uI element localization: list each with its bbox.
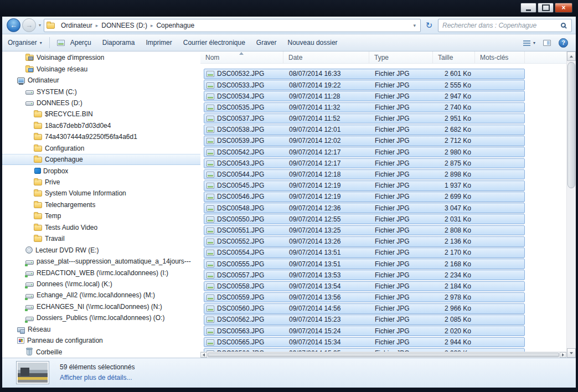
file-row[interactable]: DSC00542.JPG09/07/2014 12:17Fichier JPG2… [204,147,525,157]
toolbar-right-group: ▾ ? [521,37,576,49]
scroll-up-button[interactable] [567,51,576,61]
vertical-scrollbar[interactable] [566,51,576,358]
tree-item[interactable]: Corbeille [2,346,200,357]
tree-item-label: Travail [45,235,65,243]
file-row[interactable]: DSC00563.JPG09/07/2014 15:24Fichier JPG2… [204,326,525,336]
maximize-button[interactable] [538,3,554,13]
tree-item[interactable]: Dropbox [2,165,200,176]
toolbar-diaporama-button[interactable]: Diaporama [97,36,141,49]
tree-item[interactable]: Réseau [2,324,200,335]
column-header-taille[interactable]: Taille [433,51,475,64]
horizontal-scroll-thumb[interactable] [208,353,559,357]
tree-item[interactable]: ECHANGES_NI (\\rmc.local\Donnees) (N:) [2,301,200,312]
file-size: 2 184 Ko [434,282,476,290]
tree-item[interactable]: REDACTION_WEB (\\rmc.local\donnees) (I:) [2,267,200,278]
file-row[interactable]: DSC00565.JPG09/07/2014 15:34Fichier JPG2… [204,337,525,348]
tree-item[interactable]: Panneau de configuration [2,335,200,346]
tree-item[interactable]: DONNEES (D:) [2,97,200,109]
show-more-details-link[interactable]: Afficher plus de détails... [60,374,135,381]
file-row[interactable]: DSC00532.JPG08/07/2014 16:33Fichier JPG2… [204,69,525,79]
file-row[interactable]: DSC00534.JPG09/07/2014 11:28Fichier JPG2… [204,91,525,101]
chevron-down-icon: ▾ [533,40,535,45]
tree-item[interactable]: Echange_All2 (\\rmc.local\donnees) (M:) [2,290,200,301]
preview-pane-button[interactable] [541,38,553,48]
file-row[interactable]: DSC00557.JPG09/07/2014 13:53Fichier JPG2… [204,270,525,280]
tree-item[interactable]: SYSTEM (C:) [2,86,200,97]
tree-item[interactable]: Copenhague [2,154,200,165]
scroll-down-button[interactable] [567,348,576,358]
tree-item-label: REDACTION_WEB (\\rmc.local\donnees) (I:) [37,269,168,277]
address-field[interactable]: Ordinateur▸DONNEES (D:)▸Copenhague ▾ [44,19,421,32]
tree-item[interactable]: Ordinateur [2,75,200,86]
organize-button[interactable]: Organiser ▾ [2,36,48,49]
file-row[interactable]: DSC00535.JPG09/07/2014 11:32Fichier JPG2… [204,102,525,113]
file-row[interactable]: DSC00548.JPG09/07/2014 12:36Fichier JPG3… [204,203,525,213]
toolbar-apercu-button[interactable]: Aperçu [51,36,97,49]
tree-item[interactable]: Lecteur DVD RW (E:) [2,244,200,255]
file-row[interactable]: DSC00555.JPG09/07/2014 13:51Fichier JPG2… [204,259,525,269]
back-button[interactable]: ← [7,18,20,32]
toolbar-graver-button[interactable]: Graver [251,36,282,49]
change-view-button[interactable]: ▾ [521,38,538,48]
tree-item[interactable]: Telechargements [2,199,200,210]
tree-item[interactable]: System Volume Information [2,188,200,199]
forward-button[interactable]: → [22,18,36,32]
toolbar-nouveau-dossier-button[interactable]: Nouveau dossier [282,36,343,49]
file-row[interactable]: DSC00545.JPG09/07/2014 12:19Fichier JPG1… [204,180,525,191]
breadcrumb-item[interactable]: DONNEES (D:) [98,19,151,32]
breadcrumb-item[interactable]: Copenhague [153,19,198,32]
tree-item[interactable]: $RECYCLE.BIN [2,109,200,120]
file-row[interactable]: DSC00562.JPG09/07/2014 15:23Fichier JPG2… [204,314,525,325]
titlebar[interactable]: × [0,0,578,17]
tree-item-label: SYSTEM (C:) [37,88,77,96]
refresh-button[interactable]: ↻ [423,19,435,32]
column-header-date[interactable]: Date [283,51,369,64]
close-icon: × [561,4,565,12]
tree-item[interactable]: passe_plat---suppression_automatique_a_1… [2,256,200,267]
file-row[interactable]: DSC00552.JPG09/07/2014 13:26Fichier JPG2… [204,236,525,247]
file-row[interactable]: DSC00537.JPG09/07/2014 11:52Fichier JPG2… [204,114,525,124]
tree-item[interactable]: Tests Audio Video [2,222,200,233]
file-row[interactable]: DSC00560.JPG09/07/2014 14:56Fichier JPG2… [204,303,525,314]
toolbar-imprimer-button[interactable]: Imprimer [140,36,177,49]
file-row[interactable]: DSC00559.JPG09/07/2014 13:56Fichier JPG2… [204,292,525,303]
column-header-nom[interactable]: Nom [200,51,283,64]
folder-icon [34,190,42,197]
column-header-type[interactable]: Type [369,51,433,64]
tree-item[interactable]: Travail [2,233,200,244]
scroll-right-button[interactable] [560,352,566,358]
recent-pages-dropdown-icon[interactable]: ▾ [36,23,44,28]
file-row[interactable]: DSC00546.JPG09/07/2014 12:19Fichier JPG2… [204,192,525,202]
breadcrumb-item[interactable]: Ordinateur [58,19,96,32]
tree-item[interactable]: Voisinage réseau [2,63,200,74]
tree-item[interactable]: Dossiers_Publics (\\rmc.local\donnees) (… [2,312,200,323]
tree-item[interactable]: Donnees (\\rmc.local) (K:) [2,278,200,290]
file-row[interactable]: DSC00554.JPG09/07/2014 13:51Fichier JPG2… [204,247,525,258]
tree-item[interactable]: 74a4307444a92250f56fa4a6d1 [2,131,200,142]
file-row[interactable]: DSC00550.JPG09/07/2014 12:55Fichier JPG2… [204,214,525,224]
file-row[interactable]: DSC00558.JPG09/07/2014 13:54Fichier JPG2… [204,281,525,292]
file-row[interactable]: DSC00544.JPG09/07/2014 12:18Fichier JPG2… [204,169,525,180]
search-input[interactable]: Rechercher dans : Copenhague [438,19,572,32]
tree-item[interactable]: Voisinage d'impression [2,52,200,63]
file-row[interactable]: DSC00533.JPG08/07/2014 19:22Fichier JPG2… [204,80,525,90]
tree-item[interactable]: Temp [2,210,200,221]
help-button[interactable]: ? [556,37,570,49]
file-date: 09/07/2014 13:53 [284,271,370,279]
tree-item[interactable]: Configuration [2,143,200,154]
file-row[interactable]: DSC00539.JPG09/07/2014 12:02Fichier JPG2… [204,136,525,146]
scroll-left-button[interactable] [200,352,207,358]
tree-item[interactable]: 18ac67debb7d03d0e4 [2,120,200,131]
tree-item[interactable]: Prive [2,177,200,188]
file-row[interactable]: DSC00538.JPG09/07/2014 12:01Fichier JPG2… [204,125,525,135]
tree-item-label: Copenhague [45,156,83,163]
vertical-scroll-thumb[interactable] [567,62,575,188]
address-dropdown-icon[interactable]: ▾ [411,23,418,28]
column-header-mots-cles[interactable]: Mots-clés [475,51,525,64]
toolbar-courrier-electronique-button[interactable]: Courrier électronique [178,36,251,49]
file-row[interactable]: DSC00551.JPG09/07/2014 13:25Fichier JPG2… [204,225,525,236]
horizontal-scrollbar[interactable] [200,352,566,358]
close-button[interactable]: × [555,3,572,13]
minimize-button[interactable] [520,3,536,13]
file-row[interactable]: DSC00543.JPG09/07/2014 12:17Fichier JPG2… [204,158,525,169]
